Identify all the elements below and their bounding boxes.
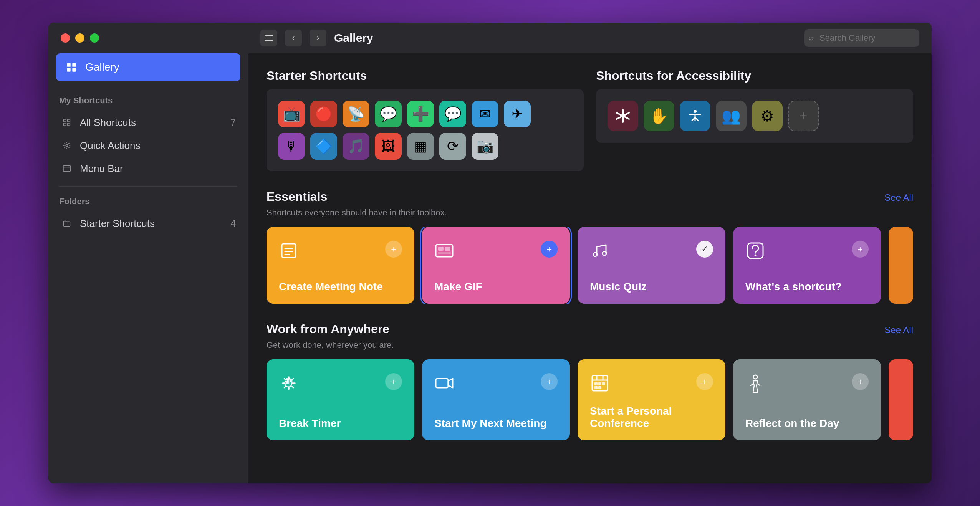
make-gif-add-button[interactable]: ＋ — [541, 241, 558, 258]
svg-rect-1 — [72, 63, 76, 67]
app-icon-music: 🎵 — [343, 133, 369, 160]
card-top: ＋ — [434, 373, 558, 397]
starter-shortcuts-folder-label: Starter Shortcuts — [80, 218, 224, 230]
svg-rect-22 — [436, 245, 453, 257]
minimize-button[interactable] — [75, 33, 84, 43]
svg-rect-0 — [67, 63, 70, 67]
card-make-gif[interactable]: ＋ Make GIF — [422, 227, 570, 304]
card-top: ＋ — [279, 373, 402, 397]
personal-conference-add-button[interactable]: ＋ — [696, 373, 713, 390]
app-icon-shortcuts: 🔷 — [310, 133, 337, 160]
back-button[interactable]: ‹ — [285, 30, 302, 46]
start-next-meeting-add-button[interactable]: ＋ — [541, 373, 558, 390]
app-icon-send: ✈ — [504, 101, 531, 127]
create-meeting-note-label: Create Meeting Note — [279, 281, 402, 293]
card-whats-shortcut[interactable]: ＋ What's a shortcut? — [733, 227, 881, 304]
maximize-button[interactable] — [90, 33, 99, 43]
essentials-header: Essentials See All — [267, 190, 913, 204]
work-cards-row: ＋ Break Timer — [267, 359, 913, 440]
svg-rect-23 — [438, 247, 444, 251]
app-window: Gallery My Shortcuts All Shortcuts 7 — [48, 23, 932, 483]
essentials-see-all-button[interactable]: See All — [884, 192, 913, 203]
start-next-meeting-label: Start My Next Meeting — [434, 417, 558, 430]
page-title: Gallery — [334, 31, 796, 45]
svg-point-8 — [66, 144, 68, 147]
whats-shortcut-add-button[interactable]: ＋ — [852, 241, 869, 258]
starter-shortcuts-banner: 📺 🔴 📡 💬 ➕ 💬 ✉ ✈ 🎙 🔷 🎵 — [267, 89, 584, 171]
reflect-on-day-icon — [745, 373, 765, 397]
card-music-quiz[interactable]: ✓ Music Quiz — [578, 227, 725, 304]
svg-rect-36 — [598, 382, 601, 385]
main-panel: ‹ › Gallery ⌕ Starter Shortcuts — [248, 23, 932, 483]
svg-rect-5 — [68, 119, 70, 122]
sidebar-item-quick-actions[interactable]: Quick Actions — [56, 134, 240, 157]
break-timer-add-button[interactable]: ＋ — [385, 373, 402, 390]
gallery-icon — [65, 60, 78, 74]
svg-rect-30 — [436, 379, 448, 388]
app-icon-chat: 💬 — [439, 101, 466, 127]
work-anywhere-see-all-button[interactable]: See All — [884, 325, 913, 336]
card-personal-conference[interactable]: ＋ Start a Personal Conference — [578, 359, 725, 440]
folders-section-label: Folders — [56, 193, 240, 212]
essentials-subtitle: Shortcuts everyone should have in their … — [267, 208, 913, 218]
sidebar-item-all-shortcuts[interactable]: All Shortcuts 7 — [56, 111, 240, 134]
svg-rect-4 — [64, 119, 66, 122]
accessibility-header: Shortcuts for Accessibility — [596, 69, 913, 83]
svg-rect-6 — [64, 123, 66, 126]
all-shortcuts-label: All Shortcuts — [80, 117, 224, 129]
sidebar-item-gallery[interactable]: Gallery — [56, 53, 240, 81]
sidebar-toggle-button[interactable] — [260, 30, 277, 46]
reflect-on-day-add-button[interactable]: ＋ — [852, 373, 869, 390]
access-icon-hand: ✋ — [644, 101, 674, 131]
accessibility-banner: ✋ 👥 ⚙ + — [596, 89, 913, 143]
card-start-next-meeting[interactable]: ＋ Start My Next Meeting — [422, 359, 570, 440]
card-create-meeting-note[interactable]: ＋ Create Meeting Note — [267, 227, 414, 304]
card-reflect-on-day[interactable]: ＋ Reflect on the Day — [733, 359, 881, 440]
starter-shortcuts-section: Starter Shortcuts 📺 🔴 📡 💬 ➕ 💬 ✉ ✈ — [267, 69, 584, 171]
sidebar-divider — [59, 186, 237, 187]
music-quiz-check-button[interactable]: ✓ — [696, 241, 713, 258]
card-top: ✓ — [590, 241, 713, 265]
music-quiz-label: Music Quiz — [590, 281, 713, 293]
access-icon-more: + — [788, 101, 819, 131]
app-icon-plus: ➕ — [407, 101, 434, 127]
svg-rect-18 — [282, 244, 296, 258]
personal-conference-icon — [590, 373, 610, 397]
app-icon-refresh: ⟳ — [439, 133, 466, 160]
menu-bar-label: Menu Bar — [80, 163, 236, 175]
all-shortcuts-count: 7 — [231, 117, 236, 128]
search-input[interactable] — [804, 29, 919, 47]
all-shortcuts-icon — [61, 116, 73, 129]
svg-rect-35 — [594, 382, 598, 385]
app-icon-qr: ▦ — [407, 133, 434, 160]
card-top: ＋ — [590, 373, 713, 397]
access-icon-accessibility — [680, 101, 710, 131]
traffic-lights — [61, 33, 99, 43]
forward-button[interactable]: › — [310, 30, 326, 46]
app-icon-camera: 📷 — [472, 133, 498, 160]
sidebar: Gallery My Shortcuts All Shortcuts 7 — [48, 23, 248, 483]
essentials-title: Essentials — [267, 190, 327, 204]
reflect-on-day-label: Reflect on the Day — [745, 417, 869, 430]
starter-shortcuts-folder-icon — [61, 217, 73, 230]
whats-shortcut-icon — [745, 241, 765, 265]
card-top: ＋ — [434, 241, 558, 265]
access-icon-asterisk — [608, 101, 638, 131]
sidebar-item-starter-shortcuts[interactable]: Starter Shortcuts 4 — [56, 212, 240, 235]
break-timer-label: Break Timer — [279, 417, 402, 430]
card-break-timer[interactable]: ＋ Break Timer — [267, 359, 414, 440]
accessibility-section: Shortcuts for Accessibility ✋ — [596, 69, 913, 171]
svg-point-40 — [753, 375, 757, 379]
svg-rect-3 — [72, 68, 76, 71]
create-meeting-note-add-button[interactable]: ＋ — [385, 241, 402, 258]
card-top: ＋ — [745, 373, 869, 397]
svg-point-27 — [603, 251, 606, 255]
essentials-cards-row: ＋ Create Meeting Note — [267, 227, 913, 304]
create-meeting-note-icon — [279, 241, 299, 265]
sidebar-titlebar — [48, 23, 248, 53]
work-anywhere-header: Work from Anywhere See All — [267, 322, 913, 336]
sidebar-item-menu-bar[interactable]: Menu Bar — [56, 157, 240, 180]
starter-shortcuts-header: Starter Shortcuts — [267, 69, 584, 83]
close-button[interactable] — [61, 33, 70, 43]
essentials-section: Essentials See All Shortcuts everyone sh… — [267, 190, 913, 304]
